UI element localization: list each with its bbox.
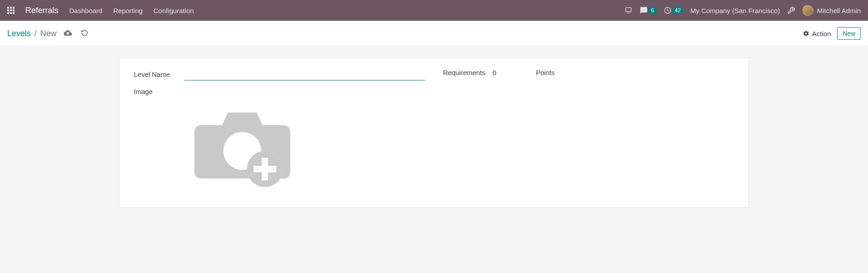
app-brand[interactable]: Referrals bbox=[25, 6, 58, 15]
camera-add-icon bbox=[188, 99, 297, 189]
field-image: Image bbox=[134, 88, 734, 189]
new-button[interactable]: New bbox=[837, 27, 861, 40]
control-panel: Levels / New Action New bbox=[0, 21, 868, 47]
image-label: Image bbox=[134, 88, 153, 95]
nav-dashboard[interactable]: Dashboard bbox=[69, 7, 102, 14]
level-name-label: Level Name bbox=[134, 71, 177, 78]
points-label: Points bbox=[536, 69, 555, 76]
field-level-name: Level Name bbox=[134, 69, 425, 80]
navbar-right: 6 42 My Company (San Francisco) Mitchell… bbox=[624, 5, 861, 16]
breadcrumb-root[interactable]: Levels bbox=[7, 29, 31, 38]
svg-rect-9 bbox=[254, 166, 276, 172]
breadcrumb-sep: / bbox=[34, 29, 37, 38]
phone-icon[interactable] bbox=[624, 6, 632, 14]
control-right: Action New bbox=[803, 27, 861, 40]
action-dropdown[interactable]: Action bbox=[803, 30, 831, 38]
activities-badge: 42 bbox=[673, 7, 683, 14]
main-navbar: Referrals Dashboard Reporting Configurat… bbox=[0, 0, 868, 21]
discard-icon[interactable] bbox=[81, 29, 88, 38]
level-name-input[interactable] bbox=[184, 69, 425, 80]
gear-icon bbox=[803, 30, 809, 37]
breadcrumb-current: New bbox=[40, 29, 57, 38]
user-menu[interactable]: Mitchell Admin bbox=[802, 5, 861, 16]
form-sheet: Level Name Requirements 0 Points Image bbox=[119, 57, 749, 208]
avatar bbox=[802, 5, 813, 16]
form-col-left: Level Name bbox=[134, 69, 425, 80]
messages-badge: 6 bbox=[649, 7, 656, 14]
image-upload[interactable] bbox=[184, 99, 301, 189]
company-switcher[interactable]: My Company (San Francisco) bbox=[690, 7, 780, 14]
nav-links: Dashboard Reporting Configuration bbox=[69, 7, 194, 14]
action-label: Action bbox=[812, 30, 831, 38]
debug-icon[interactable] bbox=[787, 6, 795, 14]
status-icons bbox=[64, 29, 88, 38]
requirements-value[interactable]: 0 bbox=[492, 69, 528, 76]
messages-icon[interactable]: 6 bbox=[640, 6, 656, 14]
user-name: Mitchell Admin bbox=[817, 7, 861, 14]
field-requirements: Requirements 0 Points bbox=[443, 69, 734, 76]
cloud-save-icon[interactable] bbox=[64, 29, 72, 38]
form-row-top: Level Name Requirements 0 Points bbox=[134, 69, 734, 80]
apps-icon[interactable] bbox=[7, 7, 14, 14]
form-col-right: Requirements 0 Points bbox=[443, 69, 734, 80]
navbar-left: Referrals Dashboard Reporting Configurat… bbox=[7, 6, 194, 15]
requirements-label: Requirements bbox=[443, 69, 485, 76]
activities-icon[interactable]: 42 bbox=[664, 6, 683, 14]
nav-configuration[interactable]: Configuration bbox=[153, 7, 193, 14]
content-wrap: Level Name Requirements 0 Points Image bbox=[0, 47, 868, 208]
nav-reporting[interactable]: Reporting bbox=[113, 7, 142, 14]
breadcrumb: Levels / New bbox=[7, 29, 57, 38]
